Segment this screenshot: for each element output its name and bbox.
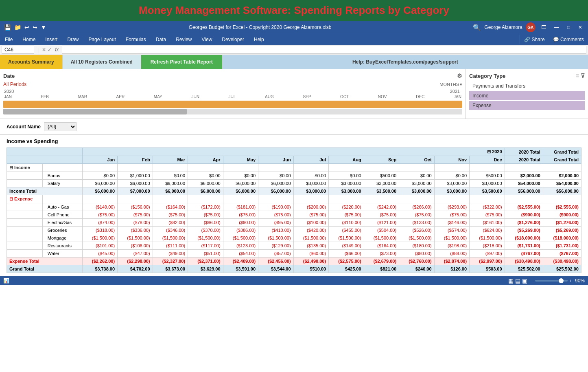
year-header-row: ⊟ 2020 2020 Total Grand Total	[7, 148, 581, 156]
sub-label: Water	[42, 250, 82, 258]
grand-total-cell-2: $3,673.00	[153, 265, 188, 273]
grand-total-cell-6: $510.00	[293, 265, 329, 273]
slider-track[interactable]	[535, 280, 568, 282]
cell-2: ($1,500.00)	[153, 234, 188, 242]
collapse-btn[interactable]: ⊟	[9, 165, 13, 170]
cell-4: ($75.00)	[223, 211, 258, 219]
date-filter-controls: All Periods MONTHS ▾	[3, 81, 462, 87]
cell-0: ($101.00)	[82, 242, 118, 250]
formula-input[interactable]	[62, 46, 586, 54]
page-layout-icon[interactable]: ▤	[515, 277, 520, 284]
table-row: Cell Phone ($75.00)($75.00)($75.00)($75.…	[7, 211, 581, 219]
tab-registers-combined[interactable]: All 10 Registers Combined	[63, 55, 141, 69]
slider-thumb[interactable]	[559, 278, 564, 283]
maximize-icon[interactable]: □	[565, 24, 573, 31]
category-item-expense[interactable]: Expense	[469, 101, 585, 110]
cell-2: $6,000.00	[153, 180, 188, 187]
date-filter-icon[interactable]: ⚙	[457, 73, 462, 79]
cell-13: ($18,000.00)	[543, 234, 581, 242]
menu-formulas[interactable]: Formulas	[121, 35, 151, 44]
formula-confirm-icon[interactable]: ✓	[48, 47, 52, 53]
customize-icon[interactable]: ▼	[40, 23, 47, 31]
minimize-icon[interactable]: —	[552, 24, 562, 31]
cell-13: ($900.00)	[543, 211, 581, 219]
zoom-minus[interactable]: −	[531, 278, 533, 283]
comments-button[interactable]: 💬 Comments	[549, 35, 588, 44]
all-periods-link[interactable]: All Periods	[3, 81, 26, 87]
cell-3: ($86.00)	[188, 219, 223, 227]
timeline-scrollbar[interactable]	[3, 109, 462, 114]
formula-cancel-icon[interactable]: ✕	[42, 47, 46, 53]
group-cell-10	[434, 195, 470, 203]
cell-5: ($129.00)	[258, 242, 294, 250]
table-row: Auto - Gas ($149.00)($156.00)($164.00)($…	[7, 203, 581, 211]
menu-data[interactable]: Data	[151, 35, 171, 44]
cell-6: ($135.00)	[293, 242, 329, 250]
category-filter-icons: ≡ ⊽	[576, 73, 585, 79]
cell-4: $0.00	[223, 172, 258, 180]
account-name-select[interactable]: (All)	[44, 122, 77, 131]
page-break-icon[interactable]: ▣	[522, 277, 527, 284]
category-filter-funnel-icon[interactable]: ⊽	[581, 73, 585, 79]
cell-7: $3,000.00	[329, 180, 364, 187]
normal-view-icon[interactable]: ▦	[508, 277, 514, 284]
close-icon[interactable]: ✕	[576, 24, 585, 31]
group-cell-8	[364, 195, 399, 203]
undo-icon[interactable]: ↩	[24, 23, 30, 31]
months-button[interactable]: MONTHS ▾	[439, 82, 462, 87]
menu-draw[interactable]: Draw	[62, 35, 83, 44]
cell-3: ($75.00)	[188, 211, 223, 219]
cell-13: ($1,731.00)	[543, 242, 581, 250]
cell-3: ($51.00)	[188, 250, 223, 258]
menu-file[interactable]: File	[0, 35, 17, 44]
total-cell-6: ($2,490.00)	[293, 258, 329, 265]
cell-5: $6,000.00	[258, 180, 294, 187]
save-icon[interactable]: 💾	[3, 23, 12, 31]
grand-total-cell-13: $25,502.00	[543, 265, 581, 273]
grand-total-header: Grand Total	[543, 148, 581, 156]
timeline-bar[interactable]	[3, 101, 462, 108]
menu-home[interactable]: Home	[17, 35, 40, 44]
cell-1: $6,000.00	[118, 180, 153, 187]
user-area: 🔍 George Alzamora GA 🗖 — □ ✕	[473, 22, 585, 32]
scrollbar-thumb[interactable]	[3, 109, 187, 114]
tab-refresh-pivot[interactable]: Refresh Pivot Table Report	[141, 55, 223, 69]
grand-total-cell-5: $3,544.00	[258, 265, 294, 273]
sub-label: Groceries	[42, 227, 82, 234]
cell-reference[interactable]	[2, 46, 34, 54]
total-cell-0: ($2,262.00)	[82, 258, 118, 265]
cell-12: ($18,000.00)	[505, 234, 543, 242]
menu-page-layout[interactable]: Page Layout	[83, 35, 120, 44]
formula-fx-icon[interactable]: fx	[55, 47, 59, 53]
zoom-plus[interactable]: +	[569, 278, 572, 283]
menu-developer[interactable]: Developer	[217, 35, 249, 44]
category-item-income[interactable]: Income	[469, 91, 585, 100]
tab-accounts-summary[interactable]: Accounts Summary	[0, 55, 63, 69]
total-cell-13: ($30,498.00)	[543, 258, 581, 265]
tab-help[interactable]: Help: BuyExcelTemplates.com/pages/suppor…	[223, 55, 588, 69]
col-may: May	[223, 156, 258, 164]
excel-toolbar: 💾 📁 ↩ ↪ ▼ Georges Budget for Excel - Cop…	[0, 21, 588, 34]
timeline-handle[interactable]	[3, 101, 233, 108]
category-filter-sort-icon[interactable]: ≡	[576, 73, 579, 79]
group-cell-10	[434, 164, 470, 172]
redo-icon[interactable]: ↪	[32, 23, 38, 31]
collapse-btn[interactable]: ⊟	[9, 196, 13, 201]
category-item-payments[interactable]: Payments and Transfers	[469, 81, 585, 90]
search-icon[interactable]: 🔍	[473, 24, 481, 31]
cell-3: ($1,500.00)	[188, 234, 223, 242]
grand-total-cell-12: $25,502.00	[505, 265, 543, 273]
menu-help[interactable]: Help	[249, 35, 269, 44]
zoom-slider[interactable]: − +	[531, 278, 572, 283]
share-button[interactable]: 🔗 Share	[520, 35, 549, 44]
sub-label: Electric/Gas	[42, 219, 82, 227]
table-row: Groceries ($318.00)($336.00)($346.00)($3…	[7, 227, 581, 234]
menu-view[interactable]: View	[197, 35, 217, 44]
menu-insert[interactable]: Insert	[40, 35, 62, 44]
col-apr: Apr	[188, 156, 223, 164]
save-cloud-icon[interactable]: 📁	[13, 23, 22, 31]
formula-separator: |	[36, 47, 40, 53]
restore-icon[interactable]: 🗖	[539, 24, 549, 31]
menu-review[interactable]: Review	[171, 35, 197, 44]
group-cell-12	[505, 164, 543, 172]
